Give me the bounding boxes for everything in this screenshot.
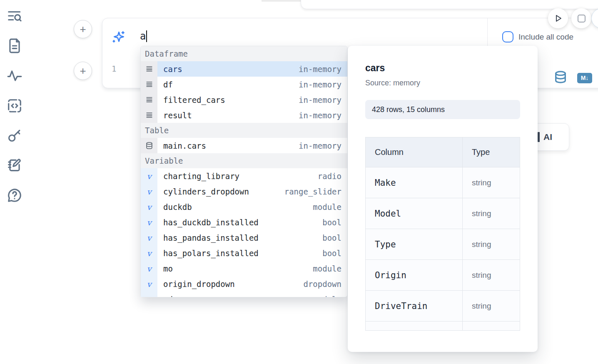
table-database-icon (141, 138, 157, 153)
table-row: Type string (366, 229, 520, 260)
popup-source: Source: memory (365, 79, 520, 87)
autocomplete-item-charting-library[interactable]: v charting_libraryradio (141, 168, 347, 184)
autocomplete-item-cylinders-dropdown[interactable]: v cylinders_dropdownrange_slider (141, 184, 347, 199)
sidebar (0, 0, 30, 364)
run-cell-button[interactable] (548, 8, 568, 28)
table-row: Make string (366, 167, 520, 198)
type-header: Type (463, 137, 520, 167)
ai-prompt-value: a (140, 30, 146, 42)
autocomplete-item-cars[interactable]: carsin-memory (141, 61, 347, 77)
table-row: Origin string (366, 260, 520, 291)
autocomplete-item-origin-dropdown[interactable]: v origin_dropdowndropdown (141, 276, 347, 292)
table-row: Model string (366, 198, 520, 229)
activity-icon[interactable] (7, 68, 23, 85)
ai-sparkles-icon (111, 30, 126, 45)
variable-icon: v (141, 245, 157, 261)
add-cell-above-button[interactable]: + (74, 20, 92, 38)
dataframe-icon (141, 92, 157, 107)
autocomplete-item-duckdb[interactable]: v duckdbmodule (141, 199, 347, 214)
popup-shape-badge: 428 rows, 15 columns (365, 100, 520, 119)
popup-title: cars (365, 62, 520, 74)
table-row: DriveTrain string (366, 291, 520, 322)
autocomplete-dropdown: Dataframe carsin-memory dfin-memory filt… (140, 46, 348, 297)
file-text-icon[interactable] (7, 38, 23, 55)
help-bubble-icon[interactable] (7, 187, 23, 204)
autocomplete-item-filtered-cars[interactable]: filtered_carsin-memory (141, 92, 347, 107)
variable-icon: v (141, 292, 157, 297)
include-all-code-label: Include all code (518, 32, 573, 42)
column-header: Column (366, 137, 463, 167)
autocomplete-item-has-polars-installed[interactable]: v has_polars_installedbool (141, 245, 347, 261)
dataframe-icon (141, 77, 157, 92)
previous-cell-remnant (301, 0, 598, 9)
dataframe-preview-popup: cars Source: memory 428 rows, 15 columns… (348, 46, 538, 352)
key-icon[interactable] (7, 127, 23, 144)
autocomplete-item-main-cars[interactable]: main.carsin-memory (141, 138, 347, 153)
line-number: 1 (112, 64, 116, 73)
variable-icon: v (141, 261, 157, 276)
variable-icon: v (141, 230, 157, 245)
schema-table-header: Column Type (366, 137, 520, 167)
stop-icon (578, 15, 586, 22)
section-header-dataframe: Dataframe (141, 46, 347, 61)
autocomplete-item-pd[interactable]: v pdmodule (141, 292, 347, 297)
ai-button-label: AI (543, 132, 552, 142)
autocomplete-item-has-duckdb-installed[interactable]: v has_duckdb_installedbool (141, 214, 347, 230)
include-all-code-checkbox[interactable] (502, 31, 513, 42)
autocomplete-item-result[interactable]: resultin-memory (141, 107, 347, 123)
variable-icon: v (141, 184, 157, 199)
dataframe-icon (141, 107, 157, 123)
variable-icon: v (141, 168, 157, 184)
text-caret (146, 30, 147, 42)
add-cell-below-button[interactable]: + (74, 62, 92, 80)
database-icon[interactable] (554, 70, 567, 86)
table-row-partial (366, 322, 520, 331)
code-square-icon[interactable] (7, 98, 23, 115)
autocomplete-item-has-pandas-installed[interactable]: v has_pandas_installedbool (141, 230, 347, 245)
ai-button-icon (538, 132, 540, 142)
list-search-icon[interactable] (7, 8, 23, 25)
variable-icon: v (141, 276, 157, 292)
play-icon (553, 13, 563, 23)
autocomplete-item-df[interactable]: dfin-memory (141, 77, 347, 92)
dataframe-icon (141, 61, 157, 77)
markdown-icon[interactable]: M↓ (577, 73, 592, 83)
ai-prompt-input[interactable]: a (140, 30, 147, 42)
section-header-table: Table (141, 123, 347, 138)
stop-button[interactable] (571, 8, 591, 28)
schema-table: Column Type Make string Model string Typ… (365, 137, 520, 331)
variable-icon: v (141, 199, 157, 214)
section-header-variable: Variable (141, 153, 347, 168)
notebook-pen-icon[interactable] (7, 157, 23, 174)
autocomplete-item-mo[interactable]: v momodule (141, 261, 347, 276)
variable-icon: v (141, 214, 157, 230)
